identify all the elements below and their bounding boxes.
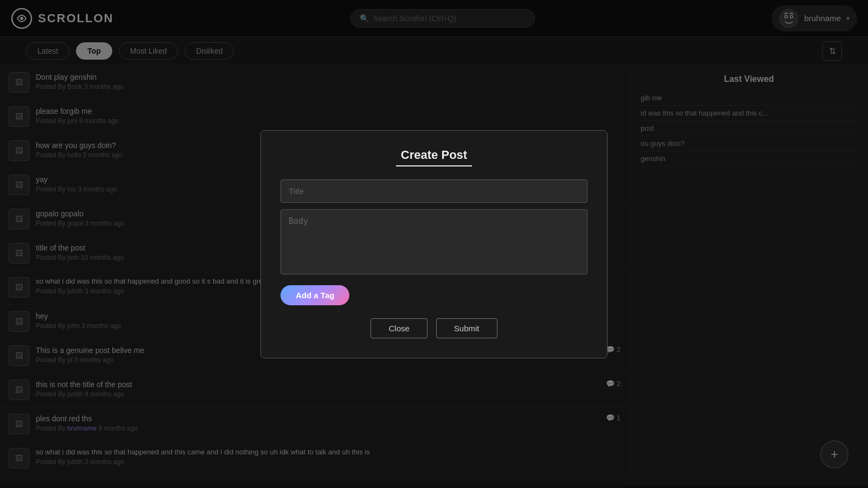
post-title-input[interactable] <box>280 179 588 203</box>
post-body-input[interactable] <box>280 209 588 274</box>
modal-title: Create Post <box>280 148 588 162</box>
submit-button[interactable]: Submit <box>436 318 497 338</box>
add-tag-button[interactable]: Add a Tag <box>280 285 349 305</box>
close-button[interactable]: Close <box>371 318 427 338</box>
modal-actions: Close Submit <box>280 318 588 338</box>
modal-overlay: Create Post Add a Tag Close Submit <box>0 0 868 488</box>
create-post-modal: Create Post Add a Tag Close Submit <box>260 130 608 358</box>
modal-title-underline <box>396 165 472 166</box>
